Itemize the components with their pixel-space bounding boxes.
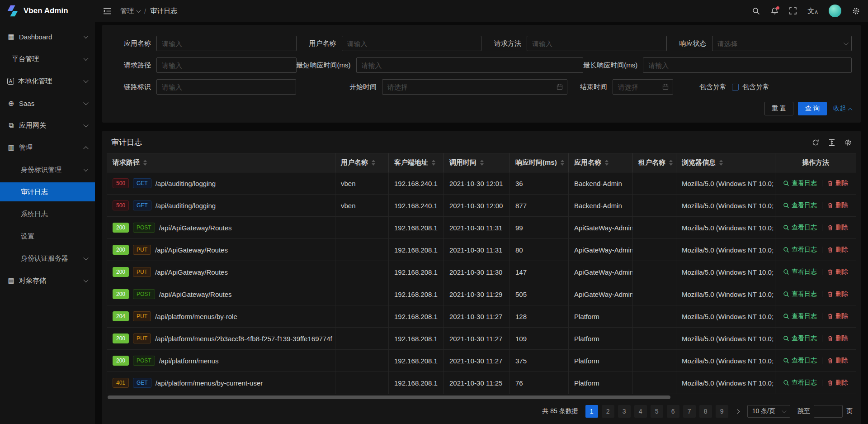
column-settings-gear-icon[interactable] <box>844 139 852 146</box>
sort-icons[interactable] <box>372 160 375 166</box>
trace-id-input[interactable] <box>156 79 296 95</box>
sort-icons[interactable] <box>432 160 435 166</box>
reset-button[interactable]: 重 置 <box>764 102 793 115</box>
horizontal-scrollbar[interactable] <box>108 395 670 399</box>
sidebar-item[interactable]: 身份标识管理 <box>0 160 95 179</box>
breadcrumb: 管理 / 审计日志 <box>120 7 177 15</box>
sort-icons[interactable] <box>561 160 564 166</box>
delete-button[interactable]: 删除 <box>827 224 848 232</box>
delete-button[interactable]: 删除 <box>827 334 848 343</box>
sidebar-item[interactable]: 应用网关 <box>0 116 95 135</box>
table-row: 500 GET /api/auditing/logging vben 192.1… <box>107 195 856 217</box>
view-log-button[interactable]: 查看日志 <box>783 201 817 210</box>
response-status-select[interactable] <box>712 36 852 51</box>
min-response-time-input[interactable] <box>356 57 584 73</box>
view-log-button[interactable]: 查看日志 <box>783 312 817 320</box>
sort-icons[interactable] <box>669 160 673 166</box>
gear-icon[interactable] <box>852 7 860 15</box>
sort-icons[interactable] <box>143 160 147 166</box>
delete-button[interactable]: 删除 <box>827 290 848 298</box>
sidebar-item[interactable]: 平台管理 <box>0 49 95 68</box>
max-response-time-input[interactable] <box>643 57 852 73</box>
view-log-button[interactable]: 查看日志 <box>783 246 817 254</box>
app-name-input[interactable] <box>156 36 297 51</box>
start-time-datepicker[interactable] <box>382 79 567 95</box>
sidebar-item[interactable]: 身份认证服务器 <box>0 249 95 268</box>
cell-request-path: 500 GET /api/auditing/logging <box>107 195 335 217</box>
user-name-input[interactable] <box>342 36 482 51</box>
sidebar-item[interactable]: 本地化管理 <box>0 71 95 91</box>
next-page-button[interactable] <box>732 405 742 418</box>
column-header-app-name[interactable]: 应用名称 <box>569 153 633 172</box>
fullscreen-icon[interactable] <box>789 7 797 14</box>
column-header-call-time[interactable]: 调用时间 <box>444 153 510 172</box>
page-button[interactable]: 8 <box>699 405 712 418</box>
page-button[interactable]: 1 <box>585 405 598 418</box>
delete-button[interactable]: 删除 <box>827 268 848 276</box>
logo[interactable]: Vben Admin <box>0 0 95 22</box>
view-log-button[interactable]: 查看日志 <box>783 357 817 365</box>
collapse-link[interactable]: 收起 <box>833 105 852 113</box>
action-divider <box>822 180 822 186</box>
page-button[interactable]: 9 <box>716 405 728 418</box>
sidebar-item[interactable]: Dashboard <box>0 27 95 46</box>
delete-button[interactable]: 删除 <box>827 246 848 254</box>
view-log-button[interactable]: 查看日志 <box>783 334 817 343</box>
search-icon <box>783 224 789 231</box>
row-height-icon[interactable] <box>828 139 835 146</box>
request-method-input[interactable] <box>527 36 667 51</box>
delete-button[interactable]: 删除 <box>827 201 848 210</box>
column-header-client-address[interactable]: 客户端地址 <box>389 153 444 172</box>
sort-icons[interactable] <box>719 160 723 166</box>
view-log-button[interactable]: 查看日志 <box>783 379 817 387</box>
translate-icon[interactable]: 文 A <box>807 7 818 15</box>
end-time-datepicker[interactable] <box>613 79 673 95</box>
delete-button[interactable]: 删除 <box>827 179 848 187</box>
page-button[interactable]: 7 <box>683 405 696 418</box>
column-header-request-path[interactable]: 请求路径 <box>107 153 335 172</box>
page-button[interactable]: 6 <box>667 405 679 418</box>
cell-response-time: 109 <box>510 328 569 350</box>
page-size-select[interactable]: 10 条/页 <box>747 405 790 418</box>
notification-bell-icon[interactable] <box>771 7 778 15</box>
page-button[interactable]: 4 <box>634 405 647 418</box>
cell-app-name: Platform <box>569 372 633 394</box>
breadcrumb-separator: / <box>144 7 146 15</box>
delete-button[interactable]: 删除 <box>827 357 848 365</box>
sidebar-item[interactable]: 设置 <box>0 227 95 246</box>
search-button[interactable]: 查 询 <box>798 102 827 115</box>
search-icon[interactable] <box>752 7 760 15</box>
page-button[interactable]: 5 <box>651 405 663 418</box>
sidebar-item[interactable]: Saas <box>0 94 95 113</box>
table-row: 200 POST /api/ApiGateway/Routes 192.168.… <box>107 217 856 239</box>
page-button[interactable]: 2 <box>602 405 614 418</box>
sidebar-item[interactable]: 审计日志 <box>0 182 95 201</box>
column-header-browser-info[interactable]: 浏览器信息 <box>676 153 775 172</box>
avatar[interactable] <box>829 5 841 17</box>
sort-icons[interactable] <box>480 160 484 166</box>
page-button[interactable]: 3 <box>618 405 631 418</box>
cell-browser-info: Mozilla/5.0 (Windows NT 10.0; Win <box>676 195 775 217</box>
sidebar-item[interactable]: 管理 <box>0 138 95 157</box>
sort-icons[interactable] <box>605 160 609 166</box>
has-exception-checkbox[interactable] <box>732 84 739 91</box>
request-path-text: /api/ApiGateway/Routes <box>155 268 228 276</box>
column-header-user-name[interactable]: 用户名称 <box>335 153 389 172</box>
view-log-button[interactable]: 查看日志 <box>783 290 817 298</box>
view-log-button[interactable]: 查看日志 <box>783 268 817 276</box>
column-header-response-time[interactable]: 响应时间(ms) <box>510 153 569 172</box>
sidebar-item[interactable]: 系统日志 <box>0 205 95 224</box>
column-header-tenant-name[interactable]: 租户名称 <box>633 153 676 172</box>
view-log-button[interactable]: 查看日志 <box>783 179 817 187</box>
refresh-icon[interactable] <box>812 139 819 146</box>
view-log-button[interactable]: 查看日志 <box>783 224 817 232</box>
jump-page-input[interactable] <box>814 405 843 418</box>
sidebar-item[interactable]: 对象存储 <box>0 271 95 290</box>
delete-button[interactable]: 删除 <box>827 379 848 387</box>
request-path-text: /api/platform/menus/by-role <box>155 313 237 320</box>
request-path-input[interactable] <box>156 57 297 73</box>
menu-fold-icon[interactable] <box>103 8 111 14</box>
breadcrumb-parent[interactable]: 管理 <box>120 7 140 15</box>
cell-response-time: 80 <box>510 239 569 261</box>
delete-button[interactable]: 删除 <box>827 312 848 320</box>
